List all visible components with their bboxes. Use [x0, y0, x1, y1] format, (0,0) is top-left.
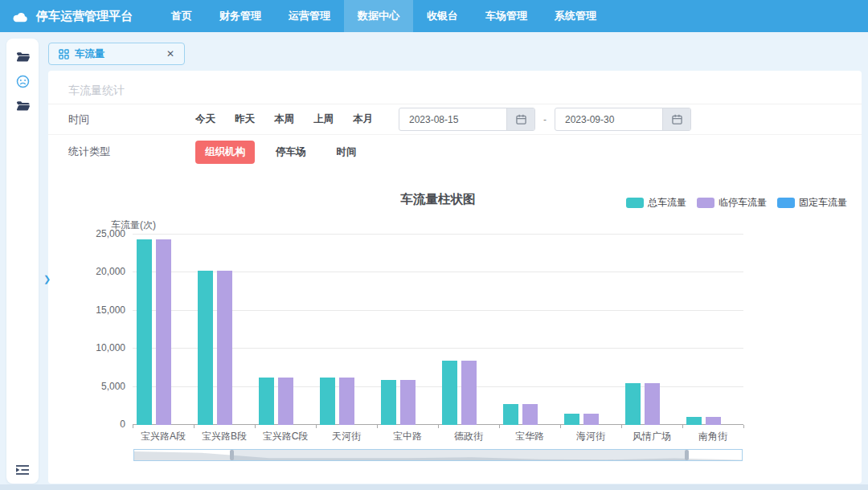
y-tick-label: 20,000	[96, 266, 125, 277]
datazoom-right-handle[interactable]	[685, 450, 689, 460]
legend-item-1[interactable]: 总车流量	[626, 196, 686, 210]
date-end-input[interactable]: 2023-09-30	[555, 108, 691, 131]
bar-group-8	[560, 235, 621, 425]
x-category-label: 天河街	[316, 430, 377, 443]
type-option-3[interactable]: 时间	[327, 141, 366, 164]
bar-临停车流量	[583, 414, 599, 425]
x-axis-tick	[194, 425, 194, 428]
bar-group-5	[377, 235, 438, 425]
quick-option-2[interactable]: 昨天	[235, 112, 255, 126]
bar-总车流量	[137, 239, 152, 425]
calendar-icon[interactable]	[662, 108, 690, 130]
app-title: 停车运营管理平台	[36, 9, 133, 24]
tab-label: 车流量	[75, 47, 105, 61]
bar-临停车流量	[645, 383, 660, 425]
x-category-label: 风情广场	[621, 430, 682, 443]
x-axis-tick	[621, 425, 622, 428]
bar-总车流量	[198, 271, 213, 425]
legend-item-3[interactable]: 固定车流量	[777, 196, 847, 210]
x-axis-tick	[560, 425, 561, 428]
tab-close-icon[interactable]: ✕	[166, 48, 174, 59]
legend-label: 固定车流量	[799, 196, 847, 210]
bar-plot: 05,00010,00015,00020,00025,000	[133, 235, 743, 425]
time-filter-row: 时间 今天昨天本周上周本月 2023-08-15 - 2023-09-30	[48, 104, 862, 135]
bar-group-7	[499, 235, 560, 425]
folder-icon[interactable]	[16, 100, 30, 112]
legend-item-2[interactable]: 临停车流量	[697, 196, 767, 210]
bars-row	[133, 235, 743, 425]
quick-option-5[interactable]: 本月	[353, 112, 373, 126]
nav-items: 首页财务管理运营管理数据中心收银台车场管理系统管理	[158, 0, 610, 32]
legend-swatch	[697, 198, 714, 208]
y-tick-label: 0	[120, 419, 125, 430]
nav-item-5[interactable]: 收银台	[413, 0, 472, 32]
bar-临停车流量	[706, 417, 721, 425]
bar-group-9	[621, 235, 682, 425]
quick-option-1[interactable]: 今天	[195, 112, 215, 126]
app-window: 停车运营管理平台 首页财务管理运营管理数据中心收银台车场管理系统管理 ❯ 车流量…	[0, 0, 868, 490]
nav-item-1[interactable]: 首页	[158, 0, 206, 32]
quick-options: 今天昨天本周上周本月	[195, 112, 392, 126]
legend-label: 临停车流量	[719, 196, 767, 210]
nav-item-4[interactable]: 数据中心	[344, 0, 413, 32]
nav-item-2[interactable]: 财务管理	[206, 0, 275, 32]
bar-group-3	[255, 235, 316, 425]
card-title: 车流量统计	[48, 71, 862, 104]
tab-traffic-flow[interactable]: 车流量 ✕	[48, 43, 185, 65]
type-option-1[interactable]: 组织机构	[195, 141, 255, 164]
type-options: 组织机构停车场时间	[195, 141, 378, 164]
bar-总车流量	[503, 404, 518, 425]
menu-unfold-icon[interactable]	[16, 464, 29, 476]
footer-strip	[0, 484, 868, 490]
chart-block: 车流量柱状图 总车流量临停车流量固定车流量 车流量(次) 05,00010,00…	[48, 169, 862, 484]
bar-group-4	[316, 235, 377, 425]
date-end-value: 2023-09-30	[555, 114, 662, 125]
x-category-label: 宝兴路C段	[255, 430, 316, 443]
panel-collapse-handle[interactable]: ❯	[43, 274, 51, 284]
y-tick-label: 5,000	[101, 381, 125, 392]
face-icon[interactable]	[16, 75, 30, 88]
legend-swatch	[777, 198, 795, 208]
bar-group-6	[438, 235, 499, 425]
date-start-value: 2023-08-15	[399, 114, 506, 125]
bar-临停车流量	[339, 378, 354, 425]
quick-option-3[interactable]: 本周	[274, 112, 294, 126]
bar-临停车流量	[522, 404, 538, 425]
datazoom-slider[interactable]	[133, 449, 743, 461]
chart-legend: 总车流量临停车流量固定车流量	[626, 196, 847, 210]
x-axis-tick	[438, 425, 439, 428]
date-separator: -	[543, 114, 547, 125]
legend-label: 总车流量	[648, 196, 686, 210]
bar-总车流量	[625, 383, 641, 425]
quick-option-4[interactable]: 上周	[313, 112, 334, 126]
bar-临停车流量	[278, 378, 293, 425]
type-option-2[interactable]: 停车场	[266, 141, 316, 164]
bar-总车流量	[686, 417, 702, 425]
bar-总车流量	[381, 380, 396, 425]
bar-临停车流量	[217, 271, 232, 425]
datazoom-window[interactable]	[231, 450, 687, 460]
date-start-input[interactable]: 2023-08-15	[399, 108, 535, 131]
bar-group-10	[682, 235, 743, 425]
main-card: 车流量统计 时间 今天昨天本周上周本月 2023-08-15 - 2023-09…	[48, 71, 862, 484]
folder-icon[interactable]	[16, 51, 30, 63]
bar-总车流量	[259, 378, 274, 425]
nav-item-3[interactable]: 运营管理	[275, 0, 344, 32]
bar-临停车流量	[400, 380, 416, 425]
nav-item-6[interactable]: 车场管理	[472, 0, 541, 32]
top-navbar: 停车运营管理平台 首页财务管理运营管理数据中心收银台车场管理系统管理	[0, 0, 868, 32]
datazoom-left-handle[interactable]	[230, 450, 234, 460]
bar-group-1	[133, 235, 194, 425]
x-category-label: 海河街	[560, 430, 621, 443]
calendar-icon[interactable]	[506, 108, 534, 130]
x-axis-tick	[377, 425, 378, 428]
nav-item-7[interactable]: 系统管理	[541, 0, 610, 32]
grid-icon	[59, 49, 69, 59]
x-category-label: 宝兴路A段	[133, 430, 194, 443]
time-label: 时间	[68, 112, 195, 127]
bar-临停车流量	[156, 239, 171, 425]
type-filter-row: 统计类型 组织机构停车场时间	[48, 135, 862, 169]
bar-总车流量	[320, 378, 335, 425]
cloud-icon	[11, 10, 29, 22]
x-category-label: 宝兴路B段	[194, 430, 255, 443]
